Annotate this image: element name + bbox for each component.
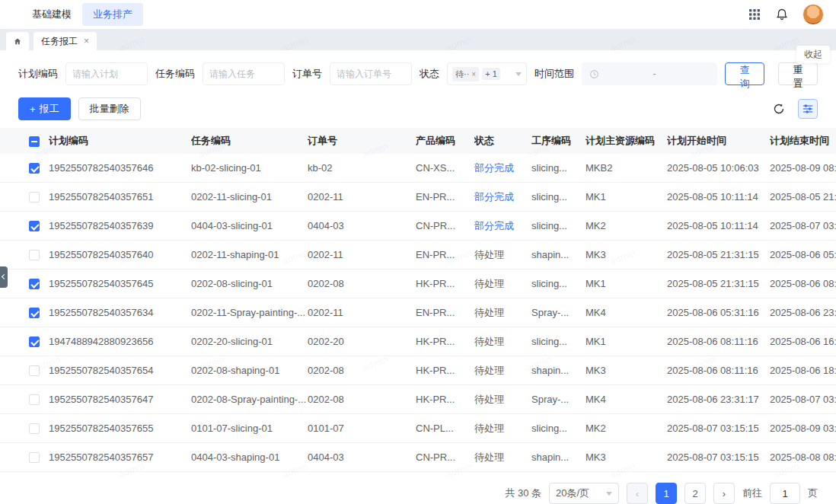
row-select-cell [0,451,49,464]
cell-task-code: 0202-11-slicing-01 [191,191,308,203]
cell-resource-code: MK2 [586,220,667,231]
avatar[interactable] [802,4,824,25]
tab-task-report[interactable]: 任务报工 × [34,32,97,50]
goto-page-input[interactable] [770,483,800,504]
cell-order-no: 0202-08 [308,365,416,376]
page-button-2[interactable]: 2 [684,483,706,504]
cell-task-code: 0202-08-Spray-painting-... [191,394,308,405]
cell-product-code: HK-PR... [416,278,474,289]
select-all-cell [0,135,49,147]
cell-status: 部分完成 [474,190,531,204]
table-row[interactable]: 1952550782540357647 0202-08-Spray-painti… [0,385,836,414]
cell-order-no: 0202-11 [308,249,416,260]
row-checkbox[interactable] [29,337,40,347]
row-checkbox[interactable] [29,423,40,434]
column-settings-icon[interactable] [798,99,818,119]
batch-delete-button[interactable]: 批量删除 [78,97,141,120]
pagination-footer: 共 30 条 20条/页 ‹ 1 2 › 前往 页 [0,472,836,504]
row-checkbox[interactable] [29,394,40,405]
table-row[interactable]: 1952550782540357646 kb-02-slicing-01 kb-… [0,154,836,183]
refresh-icon[interactable] [769,99,789,119]
cell-process-code: slicing... [531,423,586,434]
close-icon[interactable]: × [84,36,89,46]
row-checkbox[interactable] [29,221,40,231]
cell-order-no: 0404-03 [308,451,416,463]
row-checkbox[interactable] [29,279,40,289]
sidebar-collapse-handle[interactable] [0,266,8,288]
nav-item-business-scheduling[interactable]: 业务排产 [82,3,143,26]
table-row[interactable]: 1952550782540357645 0202-08-slicing-01 0… [0,270,836,298]
cell-product-code: CN-XS... [416,162,474,174]
home-icon [14,37,21,46]
select-all-checkbox[interactable] [29,136,40,147]
cell-end-time: 2025-08-06 18:51 [770,365,836,376]
collapse-filters-link[interactable]: 收起 [796,46,830,63]
bell-icon[interactable] [775,8,789,21]
table-row[interactable]: 1952550782540357639 0404-03-slicing-01 0… [0,212,836,241]
table-row[interactable]: 1952550782540357651 0202-11-slicing-01 0… [0,183,836,212]
table-row[interactable]: 1952550782540357654 0202-08-shaping-01 0… [0,356,836,385]
cell-status: 待处理 [474,393,531,407]
row-checkbox[interactable] [29,163,40,174]
search-button[interactable]: 查询 [725,62,764,85]
table-row[interactable]: 1952550782540357634 0202-11-Spray-painti… [0,298,836,327]
cell-start-time: 2025-08-05 10:06:03 [667,162,770,174]
nav-item-basic-modeling[interactable]: 基础建模 [21,3,82,26]
time-range-picker[interactable]: - [582,62,717,85]
reset-button[interactable]: 重置 [778,62,818,85]
cell-start-time: 2025-08-07 03:15:15 [667,423,770,434]
cell-end-time: 2025-08-06 16:47 [770,336,836,347]
row-checkbox[interactable] [29,192,40,203]
cell-product-code: EN-PR... [416,307,474,318]
table-toolbar: + 报工 批量删除 [0,94,836,128]
status-tag-text: 待·· [455,69,469,80]
cell-product-code: HK-PR... [416,336,474,347]
row-select-cell [0,162,49,174]
row-select-cell [0,423,49,435]
table-row[interactable]: 1947488942880923656 0202-20-slicing-01 0… [0,327,836,356]
table-row[interactable]: 1952550782540357640 0202-11-shaping-01 0… [0,241,836,270]
cell-task-code: 0101-07-slicing-01 [191,423,308,434]
table-row[interactable]: 1952550782540357655 0101-07-slicing-01 0… [0,414,836,443]
chevron-down-icon [515,72,522,76]
col-header-end-time: 计划结束时间 [770,134,836,148]
prev-page-button[interactable]: ‹ [627,483,648,504]
cell-start-time: 2025-08-05 10:11:14 [667,191,770,203]
next-page-button[interactable]: › [713,483,735,504]
row-checkbox[interactable] [29,452,40,463]
cell-plan-code: 1952550782540357654 [49,365,191,376]
cell-status: 待处理 [474,364,531,378]
tag-close-icon[interactable]: × [471,70,476,78]
cell-process-code: shapin... [531,451,586,463]
row-checkbox[interactable] [29,308,40,318]
cell-order-no: 0202-20 [308,336,416,347]
cell-end-time: 2025-08-07 03:51 [770,394,836,405]
tab-home[interactable] [6,32,29,50]
report-button[interactable]: + 报工 [18,97,71,120]
cell-status: 待处理 [474,306,531,320]
topbar-right [748,4,824,25]
row-checkbox[interactable] [29,250,40,260]
cell-start-time: 2025-08-06 08:11:16 [667,365,770,376]
apps-grid-icon[interactable] [748,8,761,21]
status-select[interactable]: 待·· × + 1 [447,62,527,85]
goto-suffix: 页 [808,486,818,500]
cell-resource-code: MK3 [586,249,667,260]
table-row[interactable]: 1952550782540357657 0404-03-shaping-01 0… [0,443,836,472]
row-checkbox[interactable] [29,365,40,376]
row-select-cell [0,191,49,203]
cell-task-code: 0202-08-slicing-01 [191,278,308,289]
cell-resource-code: MK1 [586,191,667,203]
tab-band: 任务报工 × [0,29,836,50]
cell-order-no: 0202-11 [308,191,416,203]
page-button-1[interactable]: 1 [656,483,677,504]
task-code-input[interactable] [203,62,285,85]
clock-icon [589,69,599,79]
order-no-input[interactable] [330,62,412,85]
plan-code-input[interactable] [65,62,148,85]
col-header-product-code: 产品编码 [416,134,474,148]
cell-order-no: 0404-03 [308,220,416,231]
cell-task-code: 0202-11-shaping-01 [191,249,308,260]
task-code-label: 任务编码 [155,67,195,81]
page-size-select[interactable]: 20条/页 [549,483,619,504]
